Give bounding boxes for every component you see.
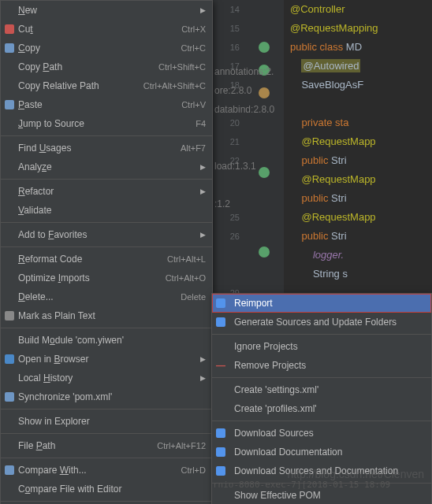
menu-item-local-history[interactable]: Local History▶ (1, 369, 212, 387)
menu-separator (1, 501, 212, 502)
menu-item-cut[interactable]: CutCtrl+X (1, 20, 212, 39)
menu-item-copy-relative-path[interactable]: Copy Relative PathCtrl+Alt+Shift+C (1, 76, 212, 95)
console-footer: rnio-8080-exec-7][2018-01-15 18:09 (213, 480, 390, 490)
menu-item-label: Validate (18, 205, 206, 216)
shortcut-label: Ctrl+Alt+Shift+C (143, 81, 206, 91)
shortcut-label: Ctrl+C (181, 43, 206, 53)
sync-icon (5, 392, 14, 402)
menu-item-open-in-browser[interactable]: Open in Browser▶ (1, 350, 212, 369)
menu-separator (1, 222, 212, 223)
menu-item-reformat-code[interactable]: Reformat CodeCtrl+Alt+L (1, 250, 212, 269)
menu-item-delete[interactable]: Delete...Delete (1, 287, 212, 306)
menu-item-new[interactable]: New▶ (1, 1, 212, 20)
menu-item-label: Build Module 'com.yiwen' (18, 335, 206, 346)
menu-item-generate-sources-and-update-folders[interactable]: Generate Sources and Update Folders (212, 313, 431, 332)
submenu-arrow-icon: ▶ (200, 187, 206, 195)
code-line: String s (284, 265, 432, 284)
code-line: @Controller (284, 0, 432, 19)
menu-item-label: Jump to Source (18, 118, 196, 129)
menu-separator (212, 421, 431, 421)
menu-item-label: Create 'settings.xml' (234, 384, 425, 395)
menu-item-label: Find Usages (18, 143, 181, 154)
shortcut-label: Ctrl+Alt+O (166, 273, 206, 283)
menu-item-analyze[interactable]: Analyze▶ (1, 158, 212, 176)
menu-item-synchronize-pom-xml[interactable]: Synchronize 'pom.xml' (1, 387, 212, 406)
menu-item-copy-path[interactable]: Copy PathCtrl+Shift+C (1, 57, 212, 76)
watermark: http://blog.csdn.net/Cienven (287, 468, 424, 480)
menu-item-copy[interactable]: CopyCtrl+C (1, 39, 212, 57)
menu-item-create-settings-xml[interactable]: Create 'settings.xml' (212, 380, 431, 399)
menu-item-label: File Path (18, 440, 157, 451)
bg-annotation: ore:2.8.0 (214, 85, 251, 96)
shortcut-label: Delete (181, 292, 206, 302)
menu-item-label: Cut (18, 24, 181, 35)
menu-item-label: Analyze (18, 161, 194, 172)
menu-item-find-usages[interactable]: Find UsagesAlt+F7 (1, 139, 212, 158)
code-line: SaveBlogAsF (284, 76, 432, 94)
menu-item-mark-as-plain-text[interactable]: Mark as Plain Text (1, 306, 212, 325)
text-icon (5, 311, 14, 321)
reimport-icon (216, 298, 225, 308)
bg-annotation: :1.2 (214, 198, 230, 209)
menu-item-compare-with[interactable]: Compare With...Ctrl+D (1, 461, 212, 480)
menu-item-optimize-imports[interactable]: Optimize ImportsCtrl+Alt+O (1, 269, 212, 287)
code-line (284, 94, 432, 113)
menu-item-label: Ignore Projects (234, 341, 425, 352)
code-line: public Stri (284, 151, 432, 170)
menu-item-add-to-favorites[interactable]: Add to Favorites▶ (1, 225, 212, 244)
menu-separator (212, 377, 431, 378)
menu-item-create-profiles-xml[interactable]: Create 'profiles.xml' (212, 399, 431, 418)
menu-separator (212, 334, 431, 335)
menu-item-label: Compare With... (18, 465, 181, 476)
menu-item-download-sources[interactable]: Download Sources (212, 424, 431, 443)
menu-item-label: Reimport (234, 298, 425, 309)
menu-separator (1, 433, 212, 434)
menu-separator (1, 328, 212, 328)
shortcut-label: Ctrl+Shift+C (158, 62, 206, 72)
menu-item-label: Show in Explorer (18, 416, 206, 427)
menu-item-label: Download Sources (234, 428, 425, 439)
copy-icon (5, 43, 14, 53)
menu-item-label: Download Documentation (234, 447, 425, 458)
submenu-arrow-icon: ▶ (200, 355, 206, 363)
menu-item-refactor[interactable]: Refactor▶ (1, 182, 212, 201)
context-menu: New▶CutCtrl+XCopyCtrl+CCopy PathCtrl+Shi… (0, 0, 213, 504)
menu-item-paste[interactable]: PasteCtrl+V (1, 95, 212, 114)
menu-item-label: Reformat Code (18, 254, 167, 265)
remove-icon: — (216, 360, 225, 371)
submenu-arrow-icon: ▶ (200, 6, 206, 14)
download-icon (216, 466, 225, 476)
menu-item-reimport[interactable]: Reimport (212, 294, 431, 313)
menu-item-label: Paste (18, 99, 181, 110)
shortcut-label: Alt+F7 (181, 143, 206, 153)
compare-icon (5, 465, 14, 475)
menu-item-label: Copy (18, 43, 181, 54)
menu-item-ignore-projects[interactable]: Ignore Projects (212, 337, 431, 356)
menu-item-jump-to-source[interactable]: Jump to SourceF4 (1, 114, 212, 133)
bg-annotation: annotations:2. (214, 66, 274, 77)
menu-item-show-in-explorer[interactable]: Show in Explorer (1, 412, 212, 431)
code-line: @RequestMapp (284, 170, 432, 189)
menu-item-label: Mark as Plain Text (18, 310, 206, 321)
paste-icon (5, 100, 14, 109)
menu-separator (1, 246, 212, 247)
menu-item-label: Delete... (18, 291, 181, 302)
code-line: logger. (284, 246, 432, 265)
menu-item-remove-projects[interactable]: —Remove Projects (212, 356, 431, 375)
shortcut-label: Ctrl+V (181, 100, 206, 109)
download-icon (216, 447, 225, 457)
menu-item-label: Remove Projects (234, 360, 425, 371)
generate-icon (216, 317, 225, 327)
menu-separator (1, 458, 212, 458)
menu-item-compare-file-with-editor[interactable]: Compare File with Editor (1, 480, 212, 498)
menu-item-label: Create 'profiles.xml' (234, 403, 425, 414)
menu-item-build-module-com-yiwen[interactable]: Build Module 'com.yiwen' (1, 331, 212, 350)
menu-item-download-documentation[interactable]: Download Documentation (212, 443, 431, 461)
menu-item-label: Add to Favorites (18, 229, 194, 240)
shortcut-label: Ctrl+Alt+F12 (157, 441, 206, 450)
menu-item-file-path[interactable]: File PathCtrl+Alt+F12 (1, 436, 212, 455)
shortcut-label: F4 (196, 119, 206, 128)
menu-item-label: New (18, 5, 194, 16)
globe-icon (5, 354, 14, 364)
menu-item-validate[interactable]: Validate (1, 201, 212, 220)
